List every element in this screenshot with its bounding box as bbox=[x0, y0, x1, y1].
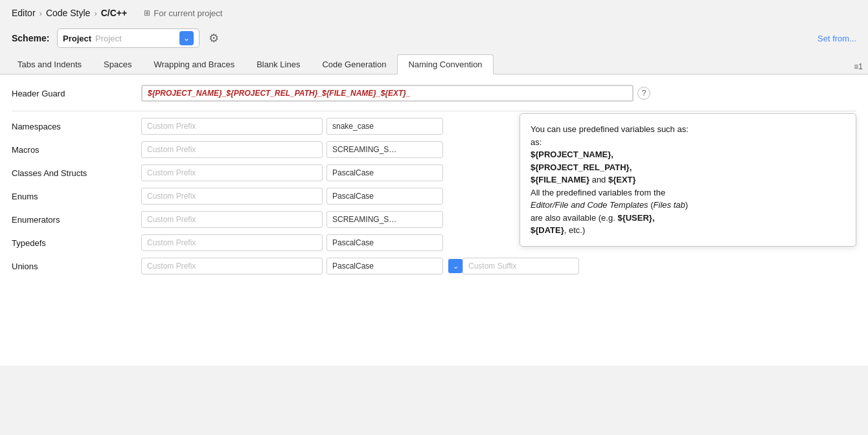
unions-case-dropdown[interactable]: PascalCase bbox=[326, 258, 443, 274]
breadcrumb-bar: Editor › Code Style › C/C++ For current … bbox=[0, 0, 868, 23]
enumerators-case-text: SCREAMING_S… bbox=[332, 215, 396, 224]
enums-case-text: PascalCase bbox=[332, 192, 374, 201]
unions-label: Unions bbox=[12, 262, 141, 271]
tooltip-var-ext: ${EXT} bbox=[608, 175, 636, 184]
namespaces-label: Namespaces bbox=[12, 122, 141, 131]
divider bbox=[12, 111, 856, 111]
unions-suffix-input[interactable]: Custom Suffix bbox=[463, 258, 579, 274]
typedefs-label: Typedefs bbox=[12, 238, 141, 248]
tooltip-popup: You can use predefined variables such as… bbox=[520, 113, 856, 247]
macros-case-text: SCREAMING_S… bbox=[332, 145, 396, 154]
for-current-project-label: For current project bbox=[144, 8, 222, 18]
classes-case-text: PascalCase bbox=[332, 168, 374, 177]
unions-row: Unions PascalCase ⌄ Custom Suffix bbox=[12, 258, 856, 274]
tabs-bar: Tabs and Indents Spaces Wrapping and Bra… bbox=[0, 54, 868, 74]
enums-prefix-input[interactable] bbox=[141, 188, 323, 205]
gear-icon[interactable]: ⚙ bbox=[209, 31, 219, 45]
macros-case-dropdown[interactable]: SCREAMING_S… bbox=[326, 141, 443, 158]
classes-case-dropdown[interactable]: PascalCase bbox=[326, 164, 443, 181]
tooltip-intro: You can use predefined variables such as… bbox=[531, 124, 689, 134]
namespaces-case-text: snake_case bbox=[332, 122, 374, 131]
content-area: Header Guard ? Namespaces snake_case Mac… bbox=[0, 74, 868, 366]
macros-prefix-input[interactable] bbox=[141, 141, 323, 158]
tooltip-paren: (Files tab) bbox=[650, 200, 688, 210]
tooltip-var-project-rel-path: ${PROJECT_REL_PATH}, bbox=[531, 162, 632, 172]
header-guard-label: Header Guard bbox=[12, 89, 141, 98]
scheme-label: Scheme: bbox=[12, 33, 51, 43]
tooltip-link: Editor/File and Code Templates bbox=[531, 200, 648, 210]
breadcrumb-sep-1: › bbox=[40, 8, 42, 18]
header-guard-row: Header Guard ? bbox=[12, 85, 856, 102]
scheme-row: Scheme: Project Project ⌄ ⚙ Set from... bbox=[0, 23, 868, 54]
enums-label: Enums bbox=[12, 192, 141, 201]
unions-case-text: PascalCase bbox=[332, 262, 374, 271]
tooltip-middle: All the predefined variables from the bbox=[531, 188, 665, 197]
help-icon[interactable]: ? bbox=[637, 87, 650, 100]
macros-label: Macros bbox=[12, 145, 141, 155]
unions-arrow-button[interactable]: ⌄ bbox=[448, 259, 463, 273]
tab-blank-lines[interactable]: Blank Lines bbox=[246, 54, 311, 74]
tooltip-and: and bbox=[592, 175, 606, 184]
breadcrumb-sep-2: › bbox=[94, 8, 97, 18]
header-guard-input[interactable] bbox=[141, 85, 634, 102]
scheme-dropdown[interactable]: Project Project ⌄ bbox=[57, 28, 200, 48]
tooltip-end: are also available (e.g. ${USER}, bbox=[531, 213, 655, 223]
enumerators-case-dropdown[interactable]: SCREAMING_S… bbox=[326, 211, 443, 228]
tabs-overflow-button[interactable]: ≡1 bbox=[849, 60, 868, 74]
set-from-link[interactable]: Set from... bbox=[817, 34, 856, 43]
tab-naming-convention[interactable]: Naming Convention bbox=[397, 54, 493, 74]
unions-suffix-placeholder: Custom Suffix bbox=[468, 262, 516, 271]
enumerators-label: Enumerators bbox=[12, 215, 141, 225]
classes-prefix-input[interactable] bbox=[141, 164, 323, 181]
enumerators-prefix-input[interactable] bbox=[141, 211, 323, 228]
typedefs-case-text: PascalCase bbox=[332, 238, 374, 247]
unions-prefix-input[interactable] bbox=[141, 258, 323, 274]
tab-tabs-indents[interactable]: Tabs and Indents bbox=[6, 54, 93, 74]
namespaces-case-dropdown[interactable]: snake_case bbox=[326, 118, 443, 135]
tooltip-var-project-name: ${PROJECT_NAME}, bbox=[531, 150, 613, 159]
tab-wrapping-braces[interactable]: Wrapping and Braces bbox=[143, 54, 246, 74]
namespaces-prefix-input[interactable] bbox=[141, 118, 323, 135]
tooltip-date: ${DATE} bbox=[531, 225, 564, 235]
tooltip-var-file-name: ${FILE_NAME} bbox=[531, 175, 589, 184]
scheme-name: Project bbox=[63, 34, 91, 43]
breadcrumb-code-style[interactable]: Code Style bbox=[46, 8, 90, 18]
tab-spaces[interactable]: Spaces bbox=[93, 54, 143, 74]
scheme-arrow-icon[interactable]: ⌄ bbox=[179, 31, 194, 45]
scheme-placeholder: Project bbox=[95, 34, 179, 43]
breadcrumb-cpp[interactable]: C/C++ bbox=[101, 8, 127, 18]
tab-code-generation[interactable]: Code Generation bbox=[311, 54, 397, 74]
tooltip-as-label: as: bbox=[531, 137, 542, 147]
breadcrumb-editor[interactable]: Editor bbox=[12, 8, 36, 18]
typedefs-prefix-input[interactable] bbox=[141, 234, 323, 251]
tooltip-etc: , etc.) bbox=[564, 225, 586, 235]
typedefs-case-dropdown[interactable]: PascalCase bbox=[326, 234, 443, 251]
classes-label: Classes And Structs bbox=[12, 168, 141, 178]
enums-case-dropdown[interactable]: PascalCase bbox=[326, 188, 443, 205]
